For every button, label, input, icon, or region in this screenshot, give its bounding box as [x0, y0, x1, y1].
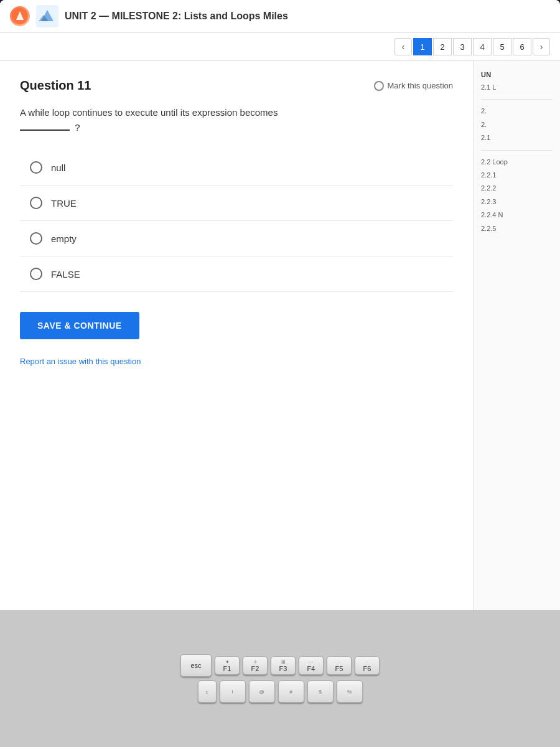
key-f2[interactable]: ✧ F2	[243, 656, 268, 675]
key-exclaim-label: !	[231, 689, 233, 695]
page-3-button[interactable]: 3	[453, 38, 472, 55]
main-layout: Question 11 Mark this question A while l…	[0, 61, 560, 610]
pagination-bar: ‹ 1 2 3 4 5 6 ›	[0, 33, 560, 61]
sidebar-unit-label: UN	[481, 71, 553, 78]
sidebar-item-2[interactable]: 2.	[481, 118, 553, 131]
option-empty[interactable]: empty	[20, 221, 453, 256]
key-f5[interactable]: · F5	[327, 656, 352, 675]
radio-true[interactable]	[30, 197, 42, 209]
sidebar-item-6[interactable]: 2.2.2	[481, 182, 553, 195]
option-false-label: FALSE	[51, 269, 80, 280]
key-dollar[interactable]: $	[307, 680, 334, 703]
key-f4-icon: ⋯	[309, 659, 314, 665]
key-f6-label: F6	[363, 665, 371, 672]
mark-question-button[interactable]: Mark this question	[374, 81, 454, 91]
page-title: UNIT 2 — MILESTONE 2: Lists and Loops Mi…	[65, 11, 550, 22]
radio-false[interactable]	[30, 268, 42, 280]
key-f3-icon: ⊞	[281, 659, 286, 665]
sidebar-divider-2	[481, 150, 553, 151]
options-list: null TRUE empty FALSE	[20, 150, 453, 292]
key-percent-label: %	[347, 689, 352, 695]
question-title: Question 11	[20, 78, 91, 93]
radio-null[interactable]	[30, 161, 42, 174]
next-page-button[interactable]: ›	[533, 38, 550, 55]
mark-question-label: Mark this question	[388, 81, 454, 90]
screen: UNIT 2 — MILESTONE 2: Lists and Loops Mi…	[0, 0, 560, 610]
page-1-button[interactable]: 1	[413, 38, 432, 55]
option-null-label: null	[51, 162, 65, 173]
option-false[interactable]: FALSE	[20, 256, 453, 292]
key-percent[interactable]: %	[337, 680, 363, 703]
question-header: Question 11 Mark this question	[20, 78, 453, 93]
key-f1[interactable]: ✦ F1	[215, 656, 240, 675]
right-sidebar: UN 2.1 L 2. 2. 2.1 2.2 Loop 2.2.1 2.2.2 …	[473, 61, 560, 610]
page-4-button[interactable]: 4	[473, 38, 492, 55]
key-f6-icon: ·	[366, 659, 368, 665]
page-2-button[interactable]: 2	[433, 38, 452, 55]
key-esc-label: esc	[190, 662, 201, 669]
key-f1-label: F1	[223, 665, 231, 672]
sidebar-item-8[interactable]: 2.2.4 N	[481, 209, 553, 222]
question-blank	[20, 129, 70, 131]
report-issue-link[interactable]: Report an issue with this question	[20, 357, 453, 366]
key-f4[interactable]: ⋯ F4	[299, 656, 324, 675]
key-hash-label: #	[289, 689, 292, 695]
key-f5-icon: ·	[338, 659, 340, 665]
app-logo	[10, 6, 30, 26]
key-dollar-label: $	[319, 689, 321, 695]
sidebar-item-0[interactable]: 2.1 L	[481, 81, 553, 94]
sidebar-item-4[interactable]: 2.2 Loop	[481, 156, 553, 169]
prev-page-button[interactable]: ‹	[394, 38, 412, 55]
keyboard-row-fn: esc ✦ F1 ✧ F2 ⊞ F3 ⋯ F4 · F5 · F6	[180, 654, 380, 677]
keyboard-row-bottom: ± ! @ # $ %	[198, 680, 363, 703]
sidebar-item-1[interactable]: 2.	[481, 105, 553, 118]
sidebar-divider-1	[481, 99, 553, 100]
option-null[interactable]: null	[20, 150, 453, 186]
question-text-part1: A while loop continues to execute until …	[20, 107, 278, 118]
sidebar-item-3[interactable]: 2.1	[481, 131, 553, 144]
save-continue-button[interactable]: SAVE & CONTINUE	[20, 312, 139, 339]
radio-empty[interactable]	[30, 232, 42, 245]
page-6-button[interactable]: 6	[513, 38, 531, 55]
option-true-label: TRUE	[51, 198, 77, 209]
key-at[interactable]: @	[249, 680, 275, 703]
key-f1-icon: ✦	[225, 659, 230, 665]
sidebar-item-9[interactable]: 2.2.5	[481, 222, 553, 235]
top-bar: UNIT 2 — MILESTONE 2: Lists and Loops Mi…	[0, 0, 560, 33]
key-f6[interactable]: · F6	[355, 656, 380, 675]
keyboard: esc ✦ F1 ✧ F2 ⊞ F3 ⋯ F4 · F5 · F6 ±	[0, 610, 560, 747]
question-panel: Question 11 Mark this question A while l…	[0, 61, 473, 610]
key-exclaim[interactable]: !	[220, 680, 246, 703]
sidebar-item-7[interactable]: 2.2.3	[481, 195, 553, 209]
key-hash[interactable]: #	[278, 680, 304, 703]
key-f3[interactable]: ⊞ F3	[271, 656, 296, 675]
key-plus[interactable]: ±	[198, 680, 217, 703]
key-plus-top: ±	[205, 689, 208, 695]
key-esc[interactable]: esc	[180, 654, 212, 677]
key-f2-icon: ✧	[253, 659, 258, 665]
key-f5-label: F5	[335, 665, 343, 672]
page-5-button[interactable]: 5	[493, 38, 511, 55]
question-text-part2: ?	[75, 122, 80, 133]
key-f3-label: F3	[279, 665, 287, 672]
option-true[interactable]: TRUE	[20, 186, 453, 221]
mountain-icon	[36, 5, 58, 27]
key-f2-label: F2	[251, 665, 259, 672]
sidebar-item-5[interactable]: 2.2.1	[481, 169, 553, 182]
question-text: A while loop continues to execute until …	[20, 105, 453, 135]
option-empty-label: empty	[51, 233, 77, 244]
key-at-label: @	[259, 689, 264, 695]
key-f4-label: F4	[307, 665, 315, 672]
mark-circle-icon	[374, 81, 384, 91]
